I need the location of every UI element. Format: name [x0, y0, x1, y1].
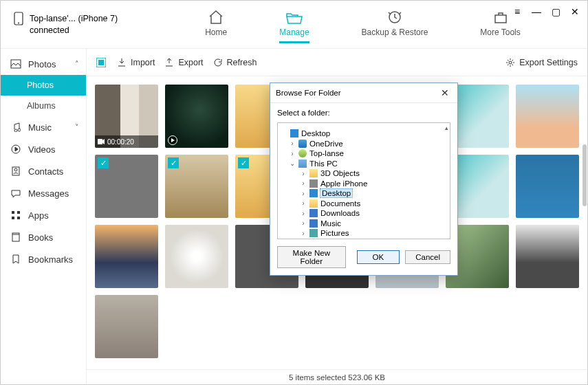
close-button[interactable]: ✕	[569, 6, 580, 17]
tree-item[interactable]: Apple iPhone	[320, 179, 367, 188]
sidebar-item-messages[interactable]: Messages	[1, 182, 86, 204]
sidebar-item-label: Contacts	[28, 166, 63, 177]
grid-thumb[interactable]	[95, 225, 158, 288]
sidebar-item-label: Photos	[28, 59, 56, 69]
sidebar-sub-albums[interactable]: Albums	[1, 96, 86, 116]
svg-point-15	[509, 61, 512, 64]
export-settings-button[interactable]: Export Settings	[505, 58, 578, 67]
status-bar: 5 items selected 523.06 KB	[87, 369, 587, 384]
tree-item[interactable]: Documents	[320, 199, 360, 208]
svg-rect-3	[495, 15, 506, 23]
select-all-checkbox[interactable]	[96, 58, 107, 67]
tree-item-selected[interactable]: Desktop	[320, 189, 352, 197]
toolbar: Import Export Refresh Export Settings	[87, 49, 587, 76]
tree-item[interactable]: OneDrive	[309, 140, 343, 148]
svg-rect-8	[12, 211, 14, 214]
grid-thumb[interactable]	[165, 85, 228, 148]
svg-rect-14	[98, 60, 104, 65]
sidebar-item-label: Messages	[28, 188, 69, 199]
scrollbar[interactable]	[581, 55, 588, 368]
import-label: Import	[131, 58, 155, 67]
ok-button[interactable]: OK	[357, 250, 400, 264]
svg-point-1	[18, 23, 19, 24]
sidebar-item-music[interactable]: Music ˅	[1, 116, 86, 138]
dialog-label: Select a folder:	[277, 109, 450, 117]
chevron-down-icon: ˅	[75, 123, 79, 132]
nav-manage[interactable]: Manage	[274, 6, 314, 43]
grid-thumb[interactable]: ✓	[95, 155, 158, 218]
check-icon: ✓	[238, 157, 249, 168]
dialog-titlebar: Browse For Folder ✕	[270, 83, 457, 103]
import-button[interactable]: Import	[117, 58, 155, 67]
nav-manage-label: Manage	[279, 28, 309, 37]
sidebar-item-label: Photos	[27, 80, 54, 90]
nav-backup[interactable]: Backup & Restore	[356, 6, 434, 43]
tree-item[interactable]: Downloads	[320, 209, 360, 217]
desktop-icon	[290, 129, 298, 138]
tree-item[interactable]: 3D Objects	[320, 169, 360, 177]
sidebar-item-label: Music	[28, 122, 52, 133]
sidebar-item-label: Albums	[27, 101, 56, 111]
scroll-up-icon[interactable]: ▴	[445, 124, 448, 131]
grid-thumb[interactable]	[165, 225, 228, 288]
refresh-button[interactable]: Refresh	[213, 58, 257, 67]
grid-thumb[interactable]	[516, 85, 579, 148]
chevron-up-icon: ˄	[75, 60, 79, 69]
sidebar-item-photos[interactable]: Photos ˄	[1, 53, 86, 75]
grid-thumb[interactable]: ✓	[165, 155, 228, 218]
sidebar-item-label: Videos	[28, 144, 56, 155]
folder-icon	[309, 199, 318, 208]
tree-item[interactable]: Pictures	[320, 229, 349, 237]
sidebar: Photos ˄ Photos Albums Music ˅ Videos	[1, 49, 87, 384]
video-duration: 00:00:20	[107, 138, 134, 146]
dialog-close-button[interactable]: ✕	[438, 87, 452, 98]
grid-thumb[interactable]	[516, 225, 579, 288]
grid-thumb[interactable]: 00:00:20	[95, 85, 158, 148]
make-folder-button[interactable]: Make New Folder	[277, 246, 346, 268]
folder-tree[interactable]: ▴ Desktop ›OneDrive ›Top-lanse ⌄This PC …	[277, 122, 450, 239]
music-icon	[309, 219, 318, 228]
video-overlay: 00:00:20	[95, 135, 158, 148]
nav-home-label: Home	[205, 28, 227, 37]
bookmark-icon	[10, 254, 21, 265]
svg-rect-4	[11, 60, 21, 68]
browse-folder-dialog: Browse For Folder ✕ Select a folder: ▴ D…	[270, 82, 458, 276]
tree-item[interactable]: Top-lanse	[309, 149, 344, 157]
nav-home[interactable]: Home	[199, 6, 232, 43]
grid-thumb[interactable]	[95, 295, 158, 358]
sidebar-item-label: Bookmarks	[28, 254, 73, 265]
play-icon	[168, 135, 177, 145]
sidebar-item-apps[interactable]: Apps	[1, 204, 86, 226]
pc-icon	[298, 160, 307, 168]
image-icon	[10, 58, 21, 69]
sidebar-item-contacts[interactable]: Contacts	[1, 160, 86, 182]
nav-tools-label: More Tools	[480, 28, 520, 37]
apps-icon	[10, 210, 21, 221]
sidebar-sub-photos[interactable]: Photos	[1, 75, 86, 96]
check-icon: ✓	[98, 157, 109, 168]
app-window: Top-lanse'... (iPhone 7) connected Home …	[0, 0, 588, 385]
phone-icon	[309, 179, 318, 188]
sidebar-item-bookmarks[interactable]: Bookmarks	[1, 248, 86, 270]
svg-point-7	[14, 168, 17, 171]
export-button[interactable]: Export	[164, 58, 203, 67]
export-label: Export	[178, 58, 203, 67]
sidebar-item-books[interactable]: Books	[1, 226, 86, 248]
tree-item[interactable]: Videos	[320, 239, 345, 240]
maximize-button[interactable]: ▢	[550, 6, 561, 17]
menu-icon[interactable]: ≡	[512, 6, 523, 17]
scrollbar-thumb[interactable]	[582, 144, 587, 206]
sidebar-item-videos[interactable]: Videos	[1, 138, 86, 160]
sidebar-item-label: Books	[28, 232, 53, 243]
nav-backup-label: Backup & Restore	[362, 28, 428, 37]
window-controls: ≡ — ▢ ✕	[512, 6, 580, 17]
svg-rect-9	[17, 211, 20, 214]
minimize-button[interactable]: —	[531, 6, 542, 17]
svg-rect-10	[12, 217, 14, 219]
tree-item[interactable]: Music	[320, 219, 341, 228]
grid-thumb[interactable]	[516, 155, 579, 218]
tree-item[interactable]: This PC	[309, 160, 338, 168]
tree-item[interactable]: Desktop	[301, 129, 330, 138]
device-status: connected	[30, 25, 118, 36]
cancel-button[interactable]: Cancel	[405, 250, 450, 264]
